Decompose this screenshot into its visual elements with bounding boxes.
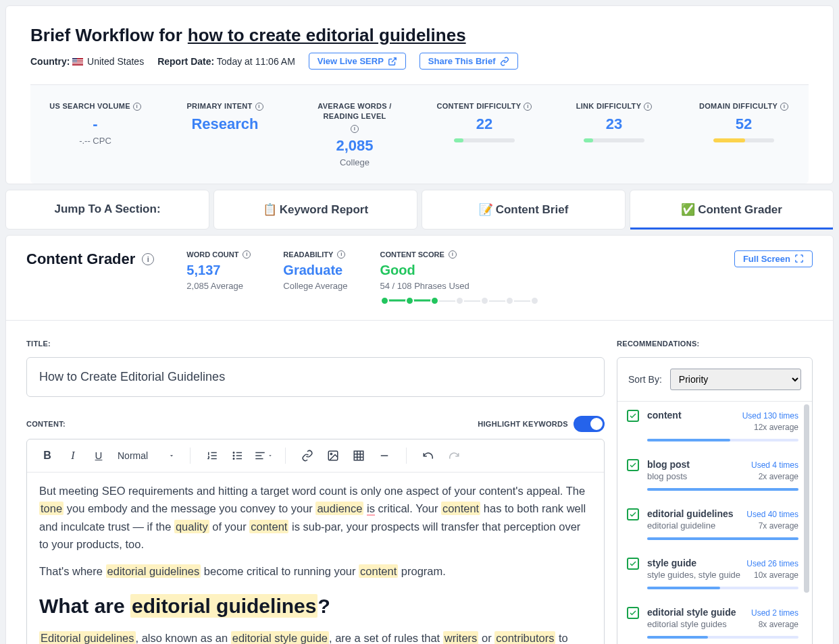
- metrics-row: US SEARCH VOLUME i - -.-- CPC PRIMARY IN…: [30, 84, 809, 184]
- chevron-down-icon: [268, 453, 273, 458]
- tabs-label: Jump To A Section:: [5, 190, 209, 230]
- difficulty-bar: [713, 138, 774, 142]
- checkbox-checked-icon: [627, 459, 639, 471]
- svg-point-13: [330, 453, 332, 454]
- title-field-label: TITLE:: [26, 340, 605, 348]
- difficulty-bar: [584, 138, 644, 142]
- title-input[interactable]: [26, 357, 605, 397]
- info-icon[interactable]: i: [644, 103, 652, 111]
- info-icon[interactable]: i: [449, 250, 457, 259]
- brief-header-card: Brief Workflow for how to create editori…: [5, 5, 834, 184]
- grader-body: TITLE: CONTENT: HIGHLIGHT KEYWORDS B I U…: [6, 321, 833, 644]
- difficulty-bar: [454, 138, 515, 142]
- info-icon[interactable]: i: [243, 250, 251, 259]
- info-icon[interactable]: i: [255, 103, 263, 111]
- svg-point-8: [233, 458, 234, 460]
- info-icon[interactable]: i: [351, 125, 359, 133]
- link-icon: [500, 57, 509, 66]
- sort-by-select[interactable]: Priority: [670, 369, 801, 390]
- underline-button[interactable]: U: [88, 446, 109, 465]
- usage-bar: [647, 537, 798, 540]
- link-button[interactable]: [297, 446, 318, 465]
- score-dot: [430, 296, 439, 305]
- metric-item: US SEARCH VOLUME i - -.-- CPC: [30, 97, 160, 171]
- readability-metric: READABILITYi Graduate College Average: [283, 250, 347, 291]
- content-field-label: CONTENT:: [26, 420, 66, 428]
- title-keyword[interactable]: how to create editorial guidelines: [188, 25, 466, 46]
- hr-button[interactable]: [374, 446, 395, 465]
- undo-button[interactable]: [417, 446, 439, 465]
- share-brief-button[interactable]: Share This Brief: [420, 53, 518, 70]
- recommendations-box: Sort By: Priority contentUsed 130 times …: [617, 357, 813, 644]
- country: Country: United States: [30, 56, 144, 67]
- content-grader-card: Content Grader i WORD COUNTi 5,137 2,085…: [5, 235, 834, 644]
- fullscreen-button[interactable]: Full Screen: [734, 250, 813, 267]
- tab-emoji-icon: 📋: [263, 203, 277, 216]
- unordered-list-button[interactable]: [227, 446, 249, 465]
- expand-icon: [794, 254, 804, 263]
- info-icon[interactable]: i: [142, 253, 154, 265]
- chevron-down-icon: [168, 452, 175, 459]
- metric-item: CONTENT DIFFICULTY i 22: [420, 97, 549, 171]
- usage-bar: [647, 439, 798, 441]
- svg-rect-14: [354, 451, 363, 460]
- content-editor: B I U Normal: [26, 439, 605, 644]
- recommendation-item[interactable]: editorial guidelinesUsed 40 times editor…: [617, 500, 812, 549]
- bold-button[interactable]: B: [36, 446, 58, 465]
- score-dot: [505, 296, 514, 305]
- usage-bar: [647, 636, 798, 639]
- usage-bar: [647, 587, 798, 589]
- section-tabs: Jump To A Section: 📋Keyword Report📝Conte…: [5, 190, 834, 230]
- grader-header: Content Grader i WORD COUNTi 5,137 2,085…: [6, 236, 833, 321]
- info-icon[interactable]: i: [133, 103, 141, 111]
- recommendation-item[interactable]: contentUsed 130 times 12x average: [617, 402, 812, 451]
- editor-toolbar: B I U Normal: [27, 439, 604, 473]
- word-count-metric: WORD COUNTi 5,137 2,085 Average: [186, 250, 251, 291]
- us-flag-icon: [72, 58, 83, 65]
- score-dot: [530, 296, 539, 305]
- table-button[interactable]: [348, 446, 370, 465]
- view-serp-button[interactable]: View Live SERP: [309, 53, 406, 70]
- recommendations-sort: Sort By: Priority: [617, 358, 812, 402]
- tab-content-brief[interactable]: 📝Content Brief: [422, 190, 626, 230]
- ordered-list-button[interactable]: [201, 446, 223, 465]
- report-date: Report Date: Today at 11:06 AM: [157, 56, 295, 67]
- tab-emoji-icon: 📝: [479, 203, 493, 216]
- info-icon[interactable]: i: [337, 250, 345, 259]
- highlight-keywords-toggle[interactable]: [574, 416, 605, 432]
- metric-item: AVERAGE WORDS / READING LEVEL i 2,085 Co…: [290, 97, 420, 171]
- checkbox-checked-icon: [627, 558, 639, 570]
- redo-button[interactable]: [443, 446, 465, 465]
- metric-item: LINK DIFFICULTY i 23: [549, 97, 679, 171]
- score-dot: [380, 296, 389, 305]
- tab-content-grader[interactable]: ✅Content Grader: [630, 190, 834, 230]
- tab-emoji-icon: ✅: [681, 203, 695, 216]
- recommendation-item[interactable]: editorial style guideUsed 2 times editor…: [617, 599, 812, 644]
- image-button[interactable]: [322, 446, 344, 465]
- checkbox-checked-icon: [627, 508, 639, 520]
- content-score-metric: CONTENT SCOREi Good 54 / 108 Phrases Use…: [380, 250, 539, 305]
- score-progress-dots: [380, 296, 539, 305]
- format-select[interactable]: Normal: [113, 450, 179, 461]
- grader-title: Content Grader i: [26, 250, 154, 268]
- info-icon[interactable]: i: [524, 103, 532, 111]
- usage-bar: [647, 488, 798, 491]
- recommendation-item[interactable]: blog postUsed 4 times blog posts2x avera…: [617, 451, 812, 500]
- checkbox-checked-icon: [627, 410, 639, 422]
- align-button[interactable]: [253, 446, 274, 465]
- recommendations-column: RECOMMENDATIONS: Sort By: Priority conte…: [617, 340, 813, 644]
- highlight-keywords-label: HIGHLIGHT KEYWORDS: [478, 420, 568, 428]
- editor-column: TITLE: CONTENT: HIGHLIGHT KEYWORDS B I U…: [26, 340, 605, 644]
- metric-item: PRIMARY INTENT i Research: [160, 97, 290, 171]
- metric-item: DOMAIN DIFFICULTY i 52: [679, 97, 809, 171]
- recommendations-label: RECOMMENDATIONS:: [617, 340, 813, 348]
- editor-content-area[interactable]: But meeting SEO requirements and hitting…: [27, 473, 604, 644]
- tab-keyword-report[interactable]: 📋Keyword Report: [213, 190, 417, 230]
- sort-by-label: Sort By:: [628, 374, 662, 385]
- score-dot: [405, 296, 414, 305]
- recommendation-item[interactable]: style guideUsed 26 times style guides, s…: [617, 549, 812, 599]
- italic-button[interactable]: I: [62, 446, 84, 465]
- title-prefix: Brief Workflow for: [30, 25, 182, 46]
- info-icon[interactable]: i: [780, 103, 788, 111]
- checkbox-checked-icon: [627, 607, 639, 619]
